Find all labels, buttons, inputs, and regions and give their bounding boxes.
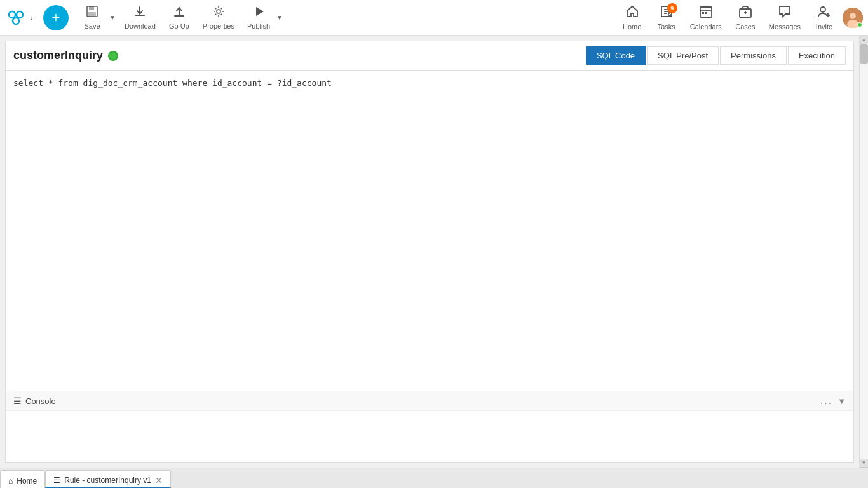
download-action[interactable]: Download [119,3,161,32]
console-header-right: ... ▼ [820,395,846,407]
console-label: Console [25,396,56,406]
panel-title: customerInquiry [13,49,103,62]
inner-panel: customerInquiry SQL Code SQL Pre/Post Pe… [0,36,859,468]
properties-action[interactable]: Properties [198,3,240,32]
user-avatar[interactable] [843,8,863,28]
toolbar-right-section: Home 9 Tasks [616,2,863,33]
cases-icon [738,4,752,22]
calendars-icon [699,4,713,22]
cases-label: Cases [735,23,755,30]
svg-rect-21 [705,12,707,14]
online-status-dot [857,22,862,27]
console-icon: ☰ [13,396,22,406]
console-panel: ☰ Console ... ▼ [6,391,853,462]
scroll-up-arrow[interactable]: ▲ [860,36,868,44]
svg-point-25 [820,7,825,12]
scroll-thumb[interactable] [860,44,868,64]
toolbar-invite-item[interactable]: Invite [808,2,840,33]
app-logo [5,8,25,28]
svg-rect-7 [89,6,94,10]
publish-group: Publish ▼ [242,3,284,32]
svg-point-1 [17,11,23,18]
expand-chevron[interactable]: › [28,11,36,25]
console-header-left: ☰ Console [13,396,56,406]
svg-line-4 [16,17,17,18]
go-up-action[interactable]: Go Up [163,3,195,32]
main-area: customerInquiry SQL Code SQL Pre/Post Pe… [0,36,868,488]
code-editor[interactable]: select * from dig_doc_crm_account where … [6,71,853,391]
go-up-label: Go Up [169,22,189,30]
rule-tab-close[interactable]: ✕ [155,476,163,485]
code-content: select * from dig_doc_crm_account where … [13,78,846,88]
add-button[interactable]: + [43,5,69,30]
tab-permissions[interactable]: Permissions [720,46,787,65]
panel-title-area: customerInquiry [13,49,118,62]
panel-tabs: SQL Code SQL Pre/Post Permissions Execut… [586,46,846,65]
publish-icon [252,5,265,21]
svg-rect-20 [702,12,704,14]
download-label: Download [125,22,156,30]
toolbar-cases-item[interactable]: Cases [729,2,761,33]
save-group: Save ▼ [76,3,117,32]
bottom-tab-rule[interactable]: ☰ Rule - customerInquiry v1 ✕ [45,470,171,488]
invite-icon [817,4,831,22]
messages-label: Messages [769,23,801,30]
panel-header: customerInquiry SQL Code SQL Pre/Post Pe… [6,41,853,71]
publish-dropdown-arrow[interactable]: ▼ [275,13,284,22]
properties-icon [212,5,225,21]
invite-label: Invite [816,23,832,30]
main-toolbar: › + Save ▼ [0,0,868,36]
rule-tab-icon: ☰ [53,476,60,485]
go-up-icon [173,5,186,21]
tab-sql-code[interactable]: SQL Code [586,46,646,65]
save-icon [86,5,98,21]
svg-point-9 [217,10,220,13]
tasks-label: Tasks [658,23,675,30]
toolbar-messages-item[interactable]: Messages [764,2,806,33]
tab-execution[interactable]: Execution [788,46,846,65]
toolbar-tasks-item[interactable]: 9 Tasks [651,2,682,33]
home-label: Home [623,23,641,30]
tab-sql-pre-post[interactable]: SQL Pre/Post [647,46,719,65]
home-tab-label: Home [17,477,37,485]
svg-rect-8 [88,12,96,17]
toolbar-left-section: › + Save ▼ [5,3,284,32]
scroll-track[interactable] [860,44,868,459]
bottom-tabs-bar: ⌂ Home ☰ Rule - customerInquiry v1 ✕ [0,468,868,488]
home-tab-icon: ⌂ [8,477,13,485]
content-with-scroll: customerInquiry SQL Code SQL Pre/Post Pe… [0,36,868,468]
status-indicator [108,51,118,61]
download-icon [133,5,146,21]
right-scrollbar: ▲ ▼ [859,36,868,468]
content-panel: customerInquiry SQL Code SQL Pre/Post Pe… [5,41,854,463]
toolbar-home-item[interactable]: Home [616,2,648,33]
properties-label: Properties [203,22,234,30]
save-dropdown-arrow[interactable]: ▼ [108,13,117,22]
messages-icon [778,4,792,22]
tasks-badge: 9 [667,3,677,13]
publish-label: Publish [247,22,270,30]
console-dots[interactable]: ... [820,395,832,407]
rule-tab-label: Rule - customerInquiry v1 [64,476,151,485]
calendars-label: Calendars [690,23,722,30]
scroll-down-arrow[interactable]: ▼ [860,459,868,468]
home-icon [625,4,639,22]
bottom-tab-home[interactable]: ⌂ Home [0,470,45,488]
console-header[interactable]: ☰ Console ... ▼ [6,391,853,411]
console-content [6,411,853,462]
svg-point-29 [850,13,856,19]
publish-action[interactable]: Publish [242,3,275,32]
save-label: Save [84,22,100,30]
console-collapse-icon[interactable]: ▼ [837,396,846,406]
toolbar-calendars-item[interactable]: Calendars [685,2,727,33]
svg-point-2 [13,18,19,24]
save-action[interactable]: Save [76,3,108,32]
svg-marker-10 [256,7,264,16]
